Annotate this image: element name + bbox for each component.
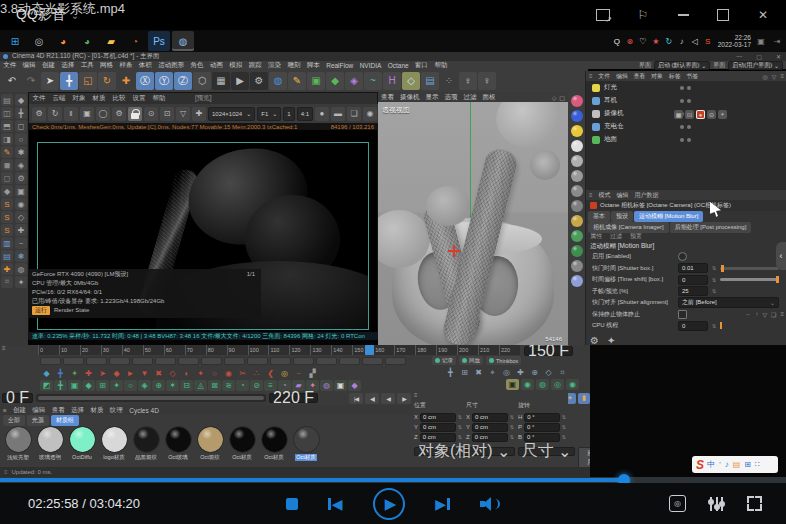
timeline-playhead[interactable] (365, 345, 374, 355)
dock-icon[interactable]: S (1, 211, 13, 223)
timeline-ruler[interactable]: 0102030405060708090100110120130140150160… (38, 345, 520, 355)
dock-icon[interactable]: ▣ (15, 185, 27, 197)
menu-item[interactable]: 文件 (596, 72, 614, 81)
track-pill[interactable] (316, 357, 337, 365)
ratio-stepper[interactable]: 4:1 (297, 107, 313, 121)
viewport-icon[interactable]: ◇ (552, 94, 557, 101)
menu-item[interactable]: 比较 (109, 94, 129, 103)
dock-icon[interactable]: ◫ (1, 107, 13, 119)
octane-tool-icon[interactable]: ✚ (192, 107, 206, 121)
stop-button[interactable] (286, 498, 298, 510)
dock-icon[interactable]: ◼ (1, 159, 13, 171)
mograph-icon[interactable]: ⊟ (180, 380, 193, 391)
attribute-tab[interactable]: 运动模糊 [Motion Blur] (634, 211, 703, 222)
toggle-icon[interactable]: ◍ (536, 379, 549, 390)
menu-item[interactable]: 显示 (423, 93, 442, 102)
coord-size-combo[interactable]: 尺寸 ⌄ (518, 447, 576, 456)
snap-icon[interactable]: ⊕ (528, 367, 541, 378)
menu-item[interactable]: 摄像机 (397, 93, 423, 102)
dock-icon[interactable]: ◇ (15, 211, 27, 223)
dock-icon[interactable]: ▤ (1, 94, 13, 106)
menu-item[interactable]: 标签 (666, 72, 684, 81)
ime-icon[interactable]: ∷ (755, 460, 760, 469)
menu-item[interactable]: 面板 (480, 93, 499, 102)
mograph-icon[interactable]: ≋ (222, 380, 235, 391)
menu-item[interactable]: 材质 (89, 94, 109, 103)
object-palette-icon[interactable] (571, 170, 583, 182)
cpu-threads-input[interactable]: 0 (678, 321, 708, 331)
tool-icon[interactable]: ❮ (264, 368, 277, 379)
dock-icon[interactable]: ✚ (15, 224, 27, 236)
mograph-icon[interactable]: ◬ (194, 380, 207, 391)
toolbar-icon[interactable]: ↻ (98, 72, 116, 90)
material-swatch[interactable]: Oct玻璃 (163, 426, 193, 461)
mograph-icon[interactable]: ▣ (334, 380, 347, 391)
material-swatch[interactable]: 浅银亮塑 (3, 426, 33, 461)
octane-tool-icon[interactable]: ⚙ (32, 107, 46, 121)
object-palette-icon[interactable] (571, 245, 583, 257)
toolbar-icon[interactable]: Ⓧ (136, 72, 154, 90)
object-palette-icon[interactable] (571, 125, 583, 137)
octane-tool-icon[interactable]: ❏ (347, 107, 361, 121)
visibility-dots[interactable] (680, 99, 691, 103)
current-frame-field[interactable]: 150 F (524, 346, 573, 356)
snap-icon[interactable]: ✚ (514, 367, 527, 378)
snap-icon[interactable]: ◇ (542, 367, 555, 378)
menu-item[interactable]: 选择 (68, 406, 87, 415)
tool-icon[interactable]: ~ (292, 368, 305, 379)
viewport-canvas[interactable]: 透视视图 54146 (378, 102, 568, 345)
track-pill[interactable] (109, 357, 130, 365)
menu-item[interactable]: 对象 (648, 72, 666, 81)
track-pill[interactable] (201, 357, 222, 365)
transport-button[interactable]: ◀ (381, 393, 395, 404)
toggle-icon[interactable]: ◉ (566, 379, 579, 390)
object-palette-icon[interactable] (571, 185, 583, 197)
toolbar-icon[interactable]: ➤ (41, 72, 59, 90)
menu-item[interactable]: Octane (385, 62, 412, 69)
toolbar-icon[interactable]: ▶ (231, 72, 249, 90)
dock-icon[interactable]: ◆ (15, 94, 27, 106)
track-pill[interactable] (178, 357, 199, 365)
menu-item[interactable]: 查看 (631, 72, 649, 81)
mograph-icon[interactable]: ○ (124, 380, 137, 391)
menu-item[interactable]: 编辑 (613, 72, 631, 81)
dock-icon[interactable]: ◈ (15, 159, 27, 171)
snap-icon[interactable]: ⊞ (458, 367, 471, 378)
object-tag-icon[interactable]: ⌖ (718, 110, 727, 119)
dock-icon[interactable]: ◍ (15, 263, 27, 275)
tool-icon[interactable]: ✦ (68, 368, 81, 379)
snap-icon[interactable]: ╋ (444, 367, 457, 378)
tool-icon[interactable]: ✚ (82, 368, 95, 379)
material-tab[interactable]: 光源 (27, 415, 49, 426)
panel-icon[interactable]: ▽ (772, 73, 777, 80)
toggle-icon[interactable]: ◉ (521, 379, 534, 390)
shutter-time-slider[interactable] (720, 267, 779, 270)
tool-icon[interactable]: ▞ (306, 368, 319, 379)
visibility-dots[interactable] (680, 125, 691, 129)
object-tag-icon[interactable]: ⊡ (685, 110, 694, 119)
toolbar-icon[interactable]: ⚙ (250, 72, 268, 90)
mograph-icon[interactable]: ◈ (138, 380, 151, 391)
menu-item[interactable]: 创建 (10, 406, 29, 415)
track-pill[interactable] (247, 357, 268, 365)
snap-icon[interactable]: ⌗ (556, 367, 569, 378)
toolbar-icon[interactable]: ◱ (79, 72, 97, 90)
menu-item[interactable]: 用户数据 (632, 191, 662, 200)
timeline-range-slider[interactable] (36, 394, 266, 402)
gear-icon[interactable]: ✦ (607, 335, 615, 346)
next-button[interactable]: ▶ (435, 496, 449, 512)
menu-item[interactable]: 文件 (29, 94, 49, 103)
track-pill[interactable] (40, 357, 61, 365)
dock-icon[interactable]: ⌗ (1, 276, 13, 288)
object-tree-row[interactable]: 地面 (586, 133, 786, 146)
toggle-icon[interactable]: ◎ (551, 379, 564, 390)
filter-tab[interactable]: 过滤 (610, 232, 622, 241)
play-button[interactable]: ▶ (373, 488, 405, 520)
toolbar-icon[interactable]: ◆ (326, 72, 344, 90)
mograph-icon[interactable]: ◆ (82, 380, 95, 391)
coord-field[interactable]: 0 ° (524, 423, 560, 432)
material-tab[interactable]: 全部 (3, 415, 25, 426)
coord-field[interactable]: 0 cm (420, 413, 456, 422)
tool-icon[interactable]: ✖ (152, 368, 165, 379)
tool-icon[interactable]: ➤ (96, 368, 109, 379)
